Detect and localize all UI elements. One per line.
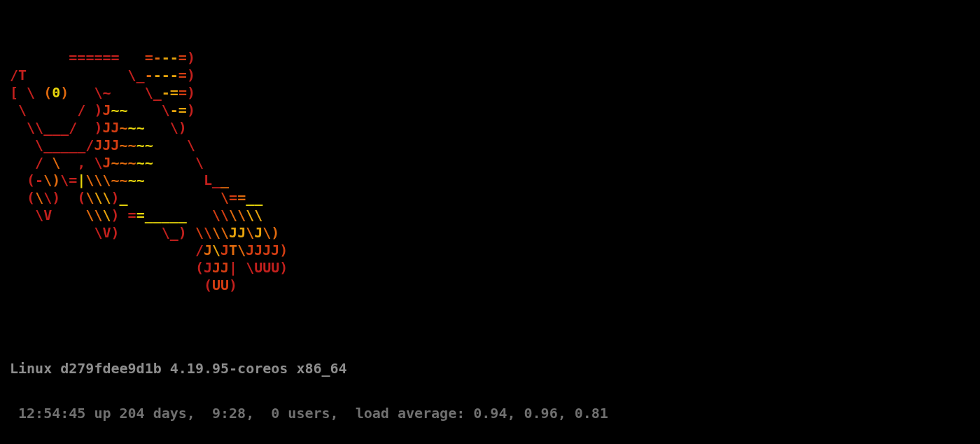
uptime-line: 12:54:45 up 204 days, 9:28, 0 users, loa… [10, 406, 970, 420]
system-info-line: Linux d279fdee9d1b 4.19.95-coreos x86_64 [10, 361, 970, 375]
terminal-window[interactable]: ====== =---=)/T \_----=)[ \ (0) \~ \_-==… [0, 0, 980, 444]
ascii-art-parrot: ====== =---=)/T \_----=)[ \ (0) \~ \_-==… [10, 49, 970, 294]
